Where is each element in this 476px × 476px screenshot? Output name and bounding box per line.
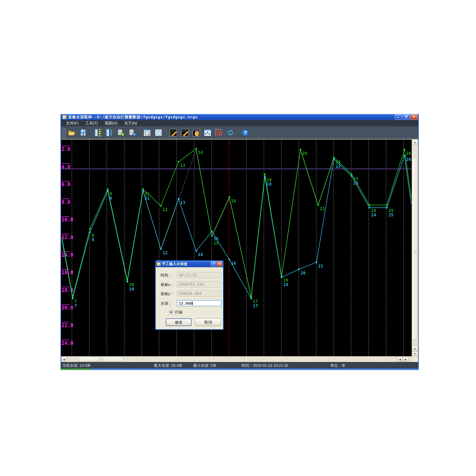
svg-text:17: 17 bbox=[253, 299, 258, 304]
menu-tools[interactable]: 工具(T) bbox=[82, 120, 102, 126]
coord-y-label: 坐标y： bbox=[161, 291, 174, 296]
edit-green-curve-button[interactable] bbox=[168, 127, 179, 138]
filter-settings-button[interactable] bbox=[203, 127, 213, 138]
red-cross-icon bbox=[215, 128, 223, 137]
add-data-button[interactable] bbox=[116, 127, 126, 138]
svg-text:22.0: 22.0 bbox=[62, 323, 73, 328]
svg-text:23: 23 bbox=[353, 181, 358, 186]
status-time: 时间：2015-01-22 10:21:32 bbox=[241, 363, 288, 368]
dialog-close-button[interactable] bbox=[217, 261, 222, 266]
bottom-border-green bbox=[61, 369, 91, 370]
open-file-button[interactable] bbox=[67, 127, 77, 138]
depth-label: 水深： bbox=[161, 301, 172, 306]
scrollbar-corner bbox=[414, 357, 418, 362]
svg-text:13: 13 bbox=[180, 200, 185, 205]
scroll-down-button[interactable]: ▼ bbox=[412, 351, 418, 356]
status-bar: 当前水深: 14.9米 最大水深: 19.4米 最小水深: 2米 时间：2015… bbox=[61, 362, 418, 369]
window-title: 采集水深取样--D:/南方自由行测量数据/fgsdgsgs/fgsdgsgs.o… bbox=[68, 115, 198, 120]
coord-y-field[interactable]: 530834.384 bbox=[177, 290, 221, 297]
svg-text:24: 24 bbox=[371, 208, 376, 213]
time-field[interactable]: 10:21:32 bbox=[177, 272, 221, 278]
dialog-help-button[interactable]: ? bbox=[211, 261, 216, 266]
zoom-window-button[interactable] bbox=[142, 127, 152, 138]
dialog-title-bar[interactable]: 手工输入水深值 ? bbox=[155, 261, 223, 267]
menu-file[interactable]: 文件(F) bbox=[63, 120, 82, 126]
modify-button[interactable]: 修改 bbox=[166, 318, 191, 326]
ruler-compress-icon bbox=[105, 128, 114, 137]
svg-text:13: 13 bbox=[180, 163, 185, 168]
restore-button[interactable] bbox=[403, 114, 410, 120]
ruler-expand-icon bbox=[94, 128, 102, 137]
svg-text:24: 24 bbox=[371, 213, 376, 217]
depth-input[interactable]: 15.000 bbox=[177, 300, 221, 306]
svg-text:14: 14 bbox=[198, 150, 203, 155]
chart-pencil-green-icon bbox=[169, 128, 178, 137]
svg-text:26: 26 bbox=[406, 151, 411, 155]
save-file-button[interactable] bbox=[78, 127, 88, 138]
status-min-depth: 最小水深: 2米 bbox=[193, 363, 216, 368]
scroll-up-button-bottom[interactable]: ▲ bbox=[412, 346, 418, 351]
svg-text:25: 25 bbox=[389, 208, 393, 213]
svg-text:10.0: 10.0 bbox=[62, 217, 73, 222]
dialog-row-coord-y: 坐标y： 530834.384 bbox=[156, 290, 223, 297]
coord-x-label: 坐标x： bbox=[161, 282, 174, 287]
svg-text:7: 7 bbox=[74, 299, 77, 304]
edit-blue-curve-button[interactable] bbox=[180, 127, 190, 138]
minimize-button[interactable] bbox=[395, 114, 402, 120]
close-icon bbox=[218, 263, 221, 265]
svg-text:17: 17 bbox=[253, 303, 258, 308]
svg-text:22: 22 bbox=[336, 164, 340, 169]
svg-text:18: 18 bbox=[266, 182, 272, 187]
vertical-scrollbar[interactable]: ▲ ▲ ▼ bbox=[412, 139, 418, 356]
coord-x-field[interactable]: 2368754.143 bbox=[177, 281, 221, 287]
svg-text:15: 15 bbox=[214, 236, 219, 241]
horizontal-scrollbar-thumb[interactable] bbox=[79, 357, 123, 362]
mark-checkbox-row[interactable]: ✕ 打标 bbox=[169, 310, 183, 315]
delete-mark-button[interactable] bbox=[214, 127, 224, 138]
svg-text:?: ? bbox=[244, 130, 247, 136]
svg-text:18: 18 bbox=[266, 177, 272, 182]
svg-text:16: 16 bbox=[231, 261, 236, 266]
chart-pencil-blue-icon bbox=[181, 128, 189, 137]
scroll-left-button-right[interactable]: ◀ bbox=[397, 357, 403, 362]
svg-text:20.0: 20.0 bbox=[62, 305, 73, 311]
menu-about[interactable]: 关于(A) bbox=[121, 120, 140, 126]
refresh-icon bbox=[226, 128, 235, 137]
scroll-left-button[interactable]: ◀ bbox=[62, 357, 67, 362]
depth-profile-chart[interactable]: 2.04.06.08.010.012.014.016.018.020.022.0… bbox=[61, 139, 412, 356]
toolbar-separator bbox=[238, 128, 238, 138]
vertical-scrollbar-thumb[interactable] bbox=[412, 157, 418, 340]
svg-text:9: 9 bbox=[109, 191, 112, 196]
svg-text:12: 12 bbox=[163, 207, 168, 212]
toolbar-grip[interactable] bbox=[62, 127, 66, 138]
mark-checkbox[interactable]: ✕ bbox=[169, 310, 173, 314]
scroll-up-button[interactable]: ▲ bbox=[412, 140, 418, 145]
scale-compress-button[interactable] bbox=[104, 127, 115, 138]
menu-view[interactable]: 视图(V) bbox=[101, 120, 121, 126]
svg-text:20: 20 bbox=[301, 271, 306, 275]
scroll-right-button[interactable]: ▶ bbox=[403, 357, 409, 362]
dialog-row-depth: 水深： 15.000 bbox=[156, 300, 223, 306]
help-button[interactable]: ? bbox=[240, 127, 251, 138]
scale-expand-button[interactable] bbox=[93, 127, 103, 138]
pick-window-button[interactable] bbox=[153, 127, 164, 138]
chart-area[interactable]: 2.04.06.08.010.012.014.016.018.020.022.0… bbox=[61, 139, 418, 356]
save-floppy-icon bbox=[79, 128, 87, 137]
horizontal-scrollbar[interactable]: ◀ ◀ ▶ bbox=[61, 356, 418, 362]
toolbar: ? bbox=[61, 126, 418, 139]
svg-text:8.0: 8.0 bbox=[62, 199, 70, 205]
remove-data-button[interactable] bbox=[127, 127, 137, 138]
question-icon: ? bbox=[241, 128, 250, 137]
svg-text:10: 10 bbox=[129, 282, 134, 287]
close-button[interactable] bbox=[410, 114, 418, 120]
svg-text:26: 26 bbox=[406, 157, 411, 162]
refresh-button[interactable] bbox=[225, 127, 236, 138]
svg-text:11: 11 bbox=[145, 196, 150, 201]
pan-hand-button[interactable] bbox=[191, 127, 201, 138]
svg-text:9: 9 bbox=[109, 196, 112, 201]
hand-icon bbox=[192, 128, 200, 137]
svg-text:8: 8 bbox=[92, 233, 94, 238]
cancel-button[interactable]: 取消 bbox=[195, 318, 221, 326]
svg-text:6.0: 6.0 bbox=[62, 182, 70, 187]
svg-text:21: 21 bbox=[318, 264, 323, 268]
